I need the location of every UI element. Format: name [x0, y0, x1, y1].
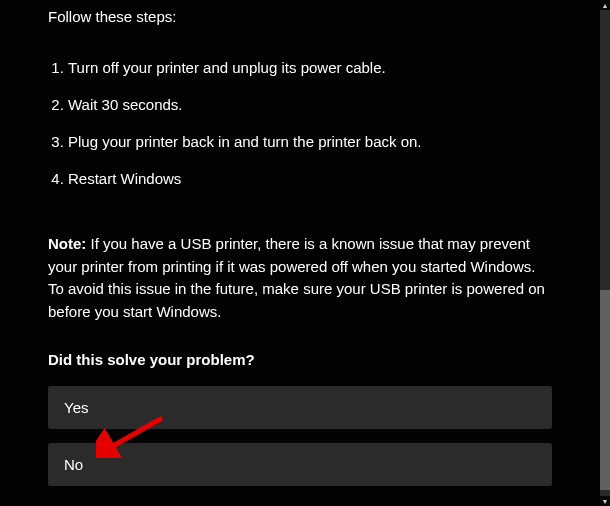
scrollbar-thumb[interactable]: [600, 290, 610, 490]
intro-text: Follow these steps:: [48, 0, 552, 49]
feedback-question: Did this solve your problem?: [48, 351, 552, 368]
step-item: Restart Windows: [68, 160, 552, 197]
note-text: If you have a USB printer, there is a kn…: [48, 235, 545, 320]
scrollbar-track[interactable]: ▲ ▼: [600, 0, 610, 506]
yes-button[interactable]: Yes: [48, 386, 552, 429]
step-item: Turn off your printer and unplug its pow…: [68, 49, 552, 86]
step-item: Plug your printer back in and turn the p…: [68, 123, 552, 160]
troubleshooter-content: Follow these steps: Turn off your printe…: [0, 0, 600, 506]
no-button[interactable]: No: [48, 443, 552, 486]
note-block: Note: If you have a USB printer, there i…: [48, 233, 552, 323]
steps-list: Turn off your printer and unplug its pow…: [48, 49, 552, 197]
step-item: Wait 30 seconds.: [68, 86, 552, 123]
note-label: Note:: [48, 235, 86, 252]
scrollbar-down-icon[interactable]: ▼: [600, 496, 610, 506]
scrollbar-up-icon[interactable]: ▲: [600, 0, 610, 10]
